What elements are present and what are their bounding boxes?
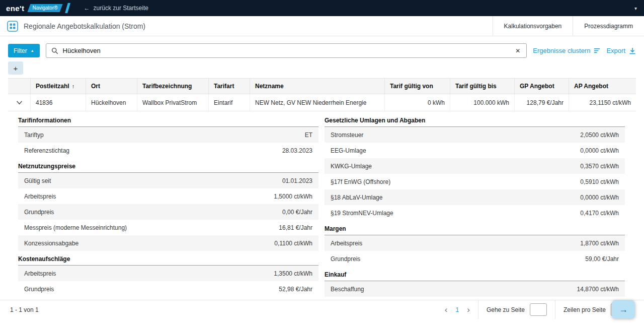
scroll-right-fab-button[interactable]: →	[612, 300, 635, 318]
export-download-icon	[629, 47, 636, 54]
footer-divider	[555, 300, 555, 319]
search-input[interactable]	[63, 47, 510, 54]
cell-postleitzahl: 41836	[30, 94, 86, 111]
back-link-label: zurück zur Startseite	[94, 5, 148, 12]
detail-section-title: Kostenaufschläge	[18, 251, 318, 266]
detail-label: Beschaffung	[331, 286, 364, 293]
arrow-right-icon: →	[619, 304, 628, 315]
detail-row: Arbeitspreis1,8700 ct/kWh	[325, 235, 625, 251]
detail-label: §18 AbLaV-Umlage	[331, 194, 382, 201]
detail-row: Gültig seit01.01.2023	[18, 173, 318, 188]
result-count-label: 1 - 1 von 1	[10, 306, 39, 313]
topbar-menu-caret-icon[interactable]: ▾	[634, 6, 637, 11]
search-clear-icon[interactable]: ✕	[514, 47, 521, 54]
header-netzname[interactable]: Netzname	[250, 79, 384, 94]
table-footer: 1 - 1 von 1 ‹ 1 › Gehe zu Seite Zeilen p…	[0, 300, 644, 319]
logo-text: ene't	[6, 4, 24, 13]
detail-label: Tariftyp	[24, 132, 44, 139]
detail-row: Grundpreis0,00 €/Jahr	[18, 204, 318, 220]
detail-value: 0,1100 ct/kWh	[274, 240, 312, 247]
results-table: Postleitzahl ↑ Ort Tarifbezeichnung Tari…	[8, 78, 636, 111]
detail-row: KWKG-Umlage0,3570 ct/kWh	[325, 158, 625, 174]
detail-label: Arbeitspreis	[331, 240, 362, 247]
header-ort[interactable]: Ort	[86, 79, 137, 94]
detail-label: §17f EnWG (Offshore)	[331, 178, 390, 185]
detail-row: Konzessionsabgabe0,1100 ct/kWh	[18, 235, 318, 251]
collapse-row-chevron-icon[interactable]	[16, 100, 23, 105]
search-icon	[51, 47, 58, 54]
previous-page-icon[interactable]: ‹	[445, 305, 448, 314]
logo-badge: Navigator®	[27, 4, 62, 12]
cell-gp-angebot: 128,79 €/Jahr	[514, 94, 569, 111]
cell-tarifart: Eintarif	[208, 94, 250, 111]
cell-ort: Hückelhoven	[86, 94, 137, 111]
detail-value: 1,8700 ct/kWh	[580, 240, 619, 247]
detail-value: 0,3570 ct/kWh	[580, 163, 619, 170]
next-page-icon[interactable]: ›	[467, 305, 470, 314]
detail-row: Stromsteuer2,0500 ct/kWh	[325, 127, 625, 143]
detail-label: Messpreis (moderne Messeinrichtung)	[24, 224, 127, 231]
detail-value: 1,5000 ct/kWh	[274, 193, 312, 200]
detail-label: KWKG-Umlage	[331, 163, 372, 170]
filter-button[interactable]: Filter ▲	[8, 44, 40, 57]
module-grid-icon	[7, 21, 18, 32]
sort-ascending-icon: ↑	[72, 83, 75, 89]
detail-row: EEG-Umlage0,0000 ct/kWh	[325, 143, 625, 158]
back-to-home-link[interactable]: ← zurück zur Startseite	[84, 5, 148, 12]
detail-section-title: Margen	[325, 221, 625, 235]
detail-label: Arbeitspreis	[24, 270, 56, 277]
header-tarifbezeichnung[interactable]: Tarifbezeichnung	[137, 79, 208, 94]
header-tarifart[interactable]: Tarifart	[208, 79, 250, 94]
page-title: Regionale Angebotskalkulation (Strom)	[24, 22, 145, 30]
table-header-row: Postleitzahl ↑ Ort Tarifbezeichnung Tari…	[8, 78, 636, 94]
export-label: Export	[606, 47, 625, 54]
detail-value: 1,3500 ct/kWh	[274, 270, 312, 277]
detail-label: §19 StromNEV-Umlage	[331, 210, 393, 217]
detail-row: Grundpreis52,98 €/Jahr	[18, 281, 318, 297]
topbar: ene't Navigator® ← zurück zur Startseite…	[0, 0, 644, 16]
detail-section-title: Netznutzungspreise	[18, 158, 318, 173]
detail-row: Arbeitspreis1,5000 ct/kWh	[18, 188, 318, 204]
detail-section-title: Einkauf	[325, 267, 625, 281]
detail-label: Grundpreis	[24, 286, 54, 293]
detail-value: 0,5910 ct/kWh	[580, 178, 619, 185]
detail-value: 28.03.2023	[282, 147, 312, 154]
cluster-results-link[interactable]: Ergebnisse clustern	[533, 47, 600, 54]
detail-section-title: Tarifinformationen	[18, 112, 318, 127]
header-postleitzahl[interactable]: Postleitzahl ↑	[30, 79, 86, 94]
cluster-results-label: Ergebnisse clustern	[533, 47, 590, 54]
header-ap-angebot[interactable]: AP Angebot	[569, 79, 636, 94]
detail-row: §17f EnWG (Offshore)0,5910 ct/kWh	[325, 174, 625, 189]
detail-label: Konzessionsabgabe	[24, 240, 78, 247]
add-row: +	[8, 61, 636, 75]
detail-value: 14,8700 ct/kWh	[577, 286, 619, 293]
app-logo[interactable]: ene't Navigator®	[0, 0, 69, 16]
link-kalkulationsvorgaben[interactable]: Kalkulationsvorgaben	[493, 16, 573, 36]
header-gp-angebot[interactable]: GP Angebot	[514, 79, 569, 94]
cluster-icon	[594, 47, 600, 54]
cell-tarifbezeichnung: Wallbox PrivatStrom	[137, 94, 208, 111]
current-page-number[interactable]: 1	[456, 306, 459, 313]
footer-divider	[478, 300, 478, 319]
export-link[interactable]: Export	[606, 47, 636, 54]
header-tarif-gueltig-von[interactable]: Tarif gültig von	[384, 79, 450, 94]
detail-value: 0,0000 ct/kWh	[580, 194, 619, 201]
detail-column-left: TarifinformationenTariftypETReferenzstic…	[18, 112, 318, 297]
add-filter-button[interactable]: +	[8, 61, 23, 75]
detail-label: Grundpreis	[331, 255, 360, 263]
goto-page-input[interactable]	[530, 303, 547, 316]
search-box: ✕	[46, 43, 527, 58]
detail-row: Grundpreis59,00 €/Jahr	[325, 251, 625, 267]
filter-caret-up-icon: ▲	[31, 49, 34, 52]
header-tarif-gueltig-bis[interactable]: Tarif gültig bis	[450, 79, 514, 94]
page-header-bar: Regionale Angebotskalkulation (Strom) Ka…	[0, 16, 644, 36]
detail-label: Grundpreis	[24, 209, 54, 216]
link-prozessdiagramm[interactable]: Prozessdiagramm	[573, 16, 644, 36]
detail-row: Messpreis (moderne Messeinrichtung)16,81…	[18, 220, 318, 235]
detail-label: EEG-Umlage	[331, 147, 366, 154]
detail-value: 16,81 €/Jahr	[279, 224, 312, 231]
detail-value: 0,4170 ct/kWh	[580, 210, 619, 217]
detail-value: 52,98 €/Jahr	[279, 286, 312, 293]
goto-page-label: Gehe zu Seite	[487, 306, 525, 313]
table-row[interactable]: 41836 Hückelhoven Wallbox PrivatStrom Ei…	[8, 94, 636, 111]
